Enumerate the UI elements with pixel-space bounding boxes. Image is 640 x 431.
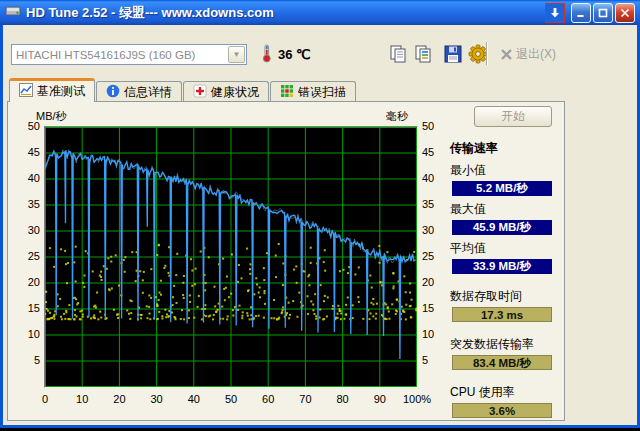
- copy-image-button[interactable]: [410, 41, 435, 66]
- y-axis-tick-label: 50: [422, 120, 446, 132]
- error-scan-icon: [280, 84, 294, 101]
- stat-value-badge: 5.2 MB/秒: [452, 181, 552, 196]
- tab-2[interactable]: 信息详情: [96, 81, 182, 102]
- titlebar: HD Tune 2.52 - 绿盟--- www.xdowns.com: [0, 0, 640, 25]
- y-axis-tick-label: 15: [422, 302, 446, 314]
- transfer-stats: 最小值5.2 MB/秒最大值45.9 MB/秒平均值33.9 MB/秒: [444, 162, 564, 274]
- x-axis-tick-label: 30: [150, 393, 162, 405]
- app-icon: [5, 3, 21, 23]
- y-left-unit-label: MB/秒: [36, 109, 67, 124]
- y-axis-tick-label: 50: [14, 120, 40, 132]
- y-axis-tick-label: 20: [422, 276, 446, 288]
- y-axis-tick-label: 30: [14, 224, 40, 236]
- stat-value-badge: 3.6%: [452, 403, 552, 418]
- tab-label: 健康状况: [211, 84, 259, 101]
- toolbar-separator: [486, 42, 488, 65]
- chevron-down-icon[interactable]: ▼: [228, 46, 245, 63]
- copy-icon: [387, 43, 409, 65]
- tab-bar: 基准测试信息详情健康状况错误扫描: [9, 79, 357, 102]
- y-axis-tick-label: 10: [422, 328, 446, 340]
- tab-label: 基准测试: [37, 83, 85, 100]
- download-arrow-button[interactable]: [545, 3, 565, 23]
- hdtune-window: HD Tune 2.52 - 绿盟--- www.xdowns.com HITA…: [0, 0, 640, 428]
- save-button[interactable]: [440, 41, 465, 66]
- y-right-unit-label: 毫秒: [386, 109, 408, 124]
- stat-label: 平均值: [450, 240, 564, 257]
- minimize-icon: [576, 8, 586, 18]
- temperature-readout: 36 ℃: [278, 47, 311, 62]
- y-axis-tick-label: 45: [422, 146, 446, 158]
- exit-button[interactable]: 退出(X): [494, 42, 562, 66]
- stat-value-badge: 33.9 MB/秒: [452, 259, 552, 274]
- close-icon: [620, 8, 630, 18]
- y-axis-tick-label: 35: [422, 198, 446, 210]
- copy-button[interactable]: [385, 41, 410, 66]
- window-title: HD Tune 2.52 - 绿盟--- www.xdowns.com: [26, 4, 274, 22]
- x-axis-tick-label: 0: [42, 393, 48, 405]
- stat-value-badge: 83.4 MB/秒: [452, 355, 552, 370]
- health-icon: [193, 84, 207, 101]
- stat-label: 最大值: [450, 201, 564, 218]
- tab-label: 信息详情: [124, 84, 172, 101]
- stat-label: 最小值: [450, 162, 564, 179]
- x-axis-tick-label: 60: [262, 393, 274, 405]
- drive-select-value: HITACHI HTS541616J9S (160 GB): [12, 49, 228, 61]
- tab-4[interactable]: 错误扫描: [270, 81, 356, 102]
- tab-3[interactable]: 健康状况: [183, 81, 269, 102]
- y-axis-tick-label: 20: [14, 276, 40, 288]
- stat-label: 数据存取时间: [450, 288, 564, 305]
- benchmark-tab-page: MB/秒 毫秒 50504545404035353030252520201515…: [7, 101, 565, 421]
- stat-value-badge: 17.3 ms: [452, 307, 552, 322]
- screen: HD Tune 2.52 - 绿盟--- www.xdowns.com HITA…: [0, 0, 640, 431]
- other-stats: 数据存取时间17.3 ms突发数据传输率83.4 MB/秒CPU 使用率3.6%: [444, 288, 564, 418]
- x-axis-tick-label: 80: [336, 393, 348, 405]
- y-axis-tick-label: 5: [14, 354, 40, 366]
- y-axis-tick-label: 10: [14, 328, 40, 340]
- y-axis-tick-label: 40: [14, 172, 40, 184]
- x-axis-tick-label: 70: [299, 393, 311, 405]
- y-axis-tick-label: 40: [422, 172, 446, 184]
- maximize-button[interactable]: [593, 3, 613, 23]
- tab-1[interactable]: 基准测试: [9, 78, 95, 102]
- close-button[interactable]: [615, 3, 635, 23]
- transfer-rate-group-title: 传输速率: [450, 140, 564, 157]
- y-axis-tick-label: 15: [14, 302, 40, 314]
- y-axis-tick-label: 45: [14, 146, 40, 158]
- drive-select[interactable]: HITACHI HTS541616J9S (160 GB) ▼: [11, 44, 247, 65]
- x-axis-tick-label: 10: [76, 393, 88, 405]
- y-axis-tick-label: 25: [422, 250, 446, 262]
- y-axis-tick-label: 25: [14, 250, 40, 262]
- benchmark-icon: [19, 83, 33, 100]
- stat-label: 突发数据传输率: [450, 336, 564, 353]
- x-axis-tick-label: 50: [225, 393, 237, 405]
- exit-label: 退出(X): [516, 46, 556, 63]
- stat-label: CPU 使用率: [450, 384, 564, 401]
- y-axis-tick-label: 30: [422, 224, 446, 236]
- x-axis-tick-label: 40: [188, 393, 200, 405]
- x-axis-tick-label: 90: [374, 393, 386, 405]
- download-icon: [549, 7, 561, 19]
- x-axis-tick-label: 20: [113, 393, 125, 405]
- x-axis-tick-label: 100%: [403, 393, 431, 405]
- tab-label: 错误扫描: [298, 84, 346, 101]
- minimize-button[interactable]: [571, 3, 591, 23]
- stat-value-badge: 45.9 MB/秒: [452, 220, 552, 235]
- titlebar-buttons: [545, 3, 635, 23]
- y-axis-tick-label: 35: [14, 198, 40, 210]
- benchmark-plot: [44, 126, 418, 388]
- start-button[interactable]: 开始: [474, 106, 552, 127]
- results-panel: 开始 传输速率 最小值5.2 MB/秒最大值45.9 MB/秒平均值33.9 M…: [444, 106, 564, 418]
- copy-image-icon: [412, 43, 434, 65]
- info-icon: [106, 84, 120, 101]
- thermometer-icon: [260, 44, 273, 67]
- toolbar-icon-buttons: [385, 41, 490, 66]
- y-axis-tick-label: 5: [422, 354, 446, 366]
- exit-x-icon: [500, 48, 513, 61]
- save-icon: [442, 43, 464, 65]
- maximize-icon: [598, 8, 608, 18]
